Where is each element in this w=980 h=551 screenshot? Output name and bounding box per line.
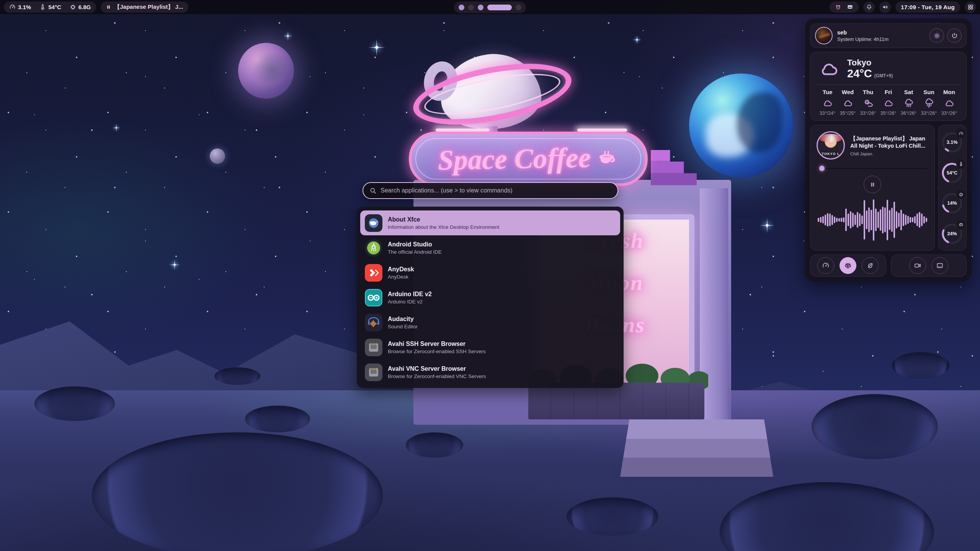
powersave-profile-button[interactable] bbox=[862, 257, 879, 274]
app-description: Browse for Zeroconf-enabled SSH Servers bbox=[388, 349, 486, 354]
visualizer-bar bbox=[875, 209, 877, 231]
memory-gauge: 14% bbox=[941, 191, 964, 215]
visualizer-bar bbox=[850, 211, 851, 228]
visualizer-bar bbox=[893, 202, 895, 238]
app-list-item[interactable]: Audacity Sound Editor bbox=[360, 310, 620, 335]
earth bbox=[689, 73, 793, 178]
workspace-switcher[interactable] bbox=[454, 2, 526, 13]
leaf-icon bbox=[866, 262, 874, 269]
visualizer-bar bbox=[916, 214, 918, 226]
screen-record-button[interactable] bbox=[909, 257, 926, 274]
visualizer-bar bbox=[887, 200, 888, 240]
forecast-day-wed: Wed35°/25° bbox=[838, 89, 858, 116]
gauge-icon bbox=[956, 129, 965, 138]
power-profile-group bbox=[810, 254, 886, 277]
capture-group bbox=[891, 254, 967, 277]
balanced-profile-button[interactable] bbox=[840, 257, 856, 274]
workspace-dot-4[interactable] bbox=[487, 5, 512, 10]
volume-button[interactable] bbox=[879, 2, 891, 13]
visualizer-bar bbox=[907, 216, 909, 224]
play-pause-button[interactable] bbox=[864, 176, 881, 193]
visualizer-bar bbox=[852, 213, 854, 227]
star-sparkle bbox=[636, 39, 638, 41]
seek-slider[interactable] bbox=[817, 166, 928, 171]
disk-icon bbox=[956, 220, 965, 230]
workspace-dot-2[interactable] bbox=[468, 5, 474, 10]
visualizer-bar bbox=[822, 216, 824, 223]
visualizer-bar bbox=[818, 218, 819, 222]
app-list-item[interactable]: Avahi SSH Server Browser Browse for Zero… bbox=[360, 335, 620, 360]
small-moon bbox=[210, 148, 225, 164]
media-player-card: 【Japanese Playlist】 Japan All Night - To… bbox=[810, 125, 935, 251]
cat-tray-icon[interactable] bbox=[835, 4, 841, 10]
visualizer-bar bbox=[838, 218, 840, 222]
bell-icon bbox=[866, 4, 872, 10]
gear-icon bbox=[933, 32, 941, 39]
audio-visualizer bbox=[817, 194, 928, 246]
chip-icon bbox=[956, 190, 965, 199]
star-sparkle bbox=[287, 35, 289, 37]
system-stats-pill[interactable]: 3.1%54°C6.8G bbox=[4, 2, 96, 13]
clock-pill[interactable]: 17:09 - Tue, 19 Aug bbox=[895, 2, 960, 13]
temperature: 54°C bbox=[39, 4, 61, 10]
track-title: 【Japanese Playlist】 Japan All Night - To… bbox=[850, 135, 928, 150]
system-tray[interactable] bbox=[830, 2, 859, 13]
star-sparkle bbox=[173, 264, 176, 266]
photo-tray-icon[interactable] bbox=[847, 4, 853, 10]
notifications-button[interactable] bbox=[863, 2, 875, 13]
now-playing-pill[interactable]: 【Japanese Playlist】 J... bbox=[101, 2, 188, 13]
visualizer-bar bbox=[827, 213, 828, 227]
album-art[interactable] bbox=[817, 131, 845, 160]
visualizer-bar bbox=[877, 212, 879, 228]
workspace-dot-3[interactable] bbox=[478, 5, 483, 10]
app-list-item[interactable]: About Xfce Information about the Xfce De… bbox=[360, 210, 620, 235]
app-list-item[interactable]: Android Studio The official Android IDE bbox=[360, 235, 620, 260]
app-search-bar[interactable] bbox=[363, 182, 618, 199]
forecast-day-mon: Mon33°/26° bbox=[939, 89, 959, 116]
visualizer-bar bbox=[912, 217, 913, 222]
app-list-item[interactable]: Avahi VNC Server Browser Browse for Zero… bbox=[360, 360, 620, 385]
visualizer-bar bbox=[845, 209, 847, 231]
app-list-item[interactable]: AnyDesk AnyDesk bbox=[360, 260, 620, 285]
purple-planet bbox=[238, 43, 294, 99]
app-description: Arduino IDE v2 bbox=[388, 299, 432, 305]
app-grid-button[interactable] bbox=[965, 2, 976, 13]
settings-button[interactable] bbox=[929, 28, 944, 43]
cloud-icon bbox=[817, 59, 841, 79]
username: seb bbox=[837, 29, 889, 36]
pause-icon bbox=[106, 5, 111, 10]
visualizer-bar bbox=[896, 211, 897, 228]
weather-card: Tokyo 24°C(GMT+9) Tue33°/24°Wed35°/25°Th… bbox=[810, 52, 967, 121]
search-input[interactable] bbox=[381, 187, 611, 194]
space-coffee-sign: Space Coffee bbox=[409, 132, 648, 186]
visualizer-bar bbox=[829, 214, 831, 226]
app-name: Android Studio bbox=[388, 241, 432, 248]
power-icon bbox=[951, 32, 958, 39]
desktop: FreshMoonBeans Space Coffee 3.1%54°C6.8G… bbox=[0, 0, 980, 551]
performance-profile-button[interactable] bbox=[817, 257, 834, 274]
screenshot-button[interactable] bbox=[931, 257, 948, 274]
star-sparkle bbox=[375, 46, 378, 49]
visualizer-bar bbox=[854, 215, 856, 225]
visualizer-bar bbox=[873, 199, 874, 241]
sign-text: Space Coffee bbox=[438, 141, 591, 176]
divider bbox=[817, 85, 959, 85]
rain-icon bbox=[903, 98, 915, 108]
app-name: Avahi SSH Server Browser bbox=[388, 341, 466, 347]
visualizer-bar bbox=[914, 216, 916, 223]
avatar[interactable] bbox=[815, 27, 833, 44]
grid-icon bbox=[967, 4, 974, 10]
androidstudio-app-icon bbox=[365, 239, 382, 257]
temp-gauge: 54°C bbox=[941, 160, 964, 185]
star-sparkle bbox=[116, 127, 117, 129]
power-button[interactable] bbox=[947, 28, 962, 43]
workspace-dot-1[interactable] bbox=[459, 5, 464, 10]
workspace-dot-5[interactable] bbox=[516, 5, 521, 10]
forecast-day-fri: Fri35°/26° bbox=[878, 89, 898, 116]
forecast-day-sun: Sun33°/26° bbox=[919, 89, 939, 116]
app-list-item[interactable]: Arduino IDE v2 Arduino IDE v2 bbox=[360, 285, 620, 310]
top-panel: 3.1%54°C6.8G 【Japanese Playlist】 J... 17… bbox=[0, 0, 980, 14]
seek-thumb[interactable] bbox=[819, 166, 825, 171]
visualizer-bar bbox=[903, 214, 904, 226]
now-playing-label: 【Japanese Playlist】 J... bbox=[114, 3, 183, 11]
